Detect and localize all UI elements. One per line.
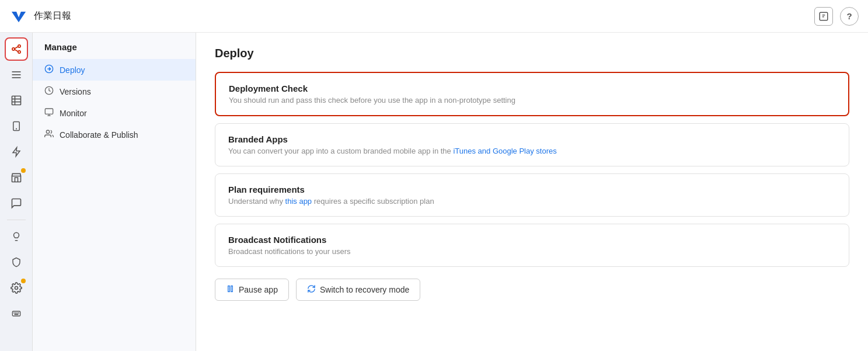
svg-point-5 [18,51,20,53]
pause-icon [226,284,235,295]
sidebar-icon-bolt[interactable] [5,140,28,164]
nav-sidebar: Manage Deploy Versions [33,33,196,351]
broadcast-notifications-desc: Broadcast notifications to your users [228,247,836,256]
sidebar-icon-list[interactable] [5,63,28,86]
preview-button[interactable] [814,7,833,26]
svg-point-18 [15,287,18,290]
svg-point-3 [12,48,14,50]
pause-app-button[interactable]: Pause app [215,279,289,301]
nav-label-monitor: Monitor [60,109,87,118]
deployment-check-title: Deployment Check [229,84,835,93]
action-buttons: Pause app Switch to recovery mode [215,279,849,301]
header-left: 作業日報 [9,7,71,26]
header-right: ? [814,7,859,26]
deployment-check-desc: You should run and pass this check befor… [229,96,835,105]
main-body: Manage Deploy Versions [0,33,868,351]
svg-marker-1 [12,12,26,22]
sidebar-icon-keyboard[interactable] [5,302,28,325]
page-title: Deploy [215,47,849,60]
nav-item-monitor[interactable]: Monitor [33,102,196,124]
svg-rect-26 [45,109,53,114]
store-badge [21,168,26,173]
svg-rect-31 [231,286,233,292]
monitor-icon [44,107,54,119]
svg-rect-11 [12,96,20,105]
pause-app-label: Pause app [239,285,278,294]
nav-item-collaborate[interactable]: Collaborate & Publish [33,124,196,145]
sidebar-divider [7,220,26,220]
sidebar-icon-bulb[interactable] [5,225,28,248]
sidebar-icon-table[interactable] [5,89,28,112]
header: 作業日報 ? [0,0,868,33]
svg-point-29 [46,130,49,133]
recovery-icon [307,284,316,295]
plan-requirements-title: Plan requirements [228,185,836,194]
recovery-mode-label: Switch to recovery mode [320,285,409,294]
svg-point-4 [18,45,20,47]
plan-requirements-desc: Understand why this app requires a speci… [228,197,836,206]
nav-label-deploy: Deploy [60,65,85,75]
svg-marker-17 [13,148,20,157]
sidebar-icon-mobile[interactable] [5,114,28,138]
settings-badge [21,279,26,283]
icon-sidebar [0,33,33,351]
deploy-icon [44,64,54,75]
sidebar-icon-shield[interactable] [5,251,28,274]
main-content: Deploy Deployment Check You should run a… [196,33,868,351]
svg-rect-19 [12,311,20,316]
header-title: 作業日報 [34,10,71,22]
collaborate-icon [44,129,54,140]
nav-item-deploy[interactable]: Deploy [33,59,196,81]
deployment-check-card[interactable]: Deployment Check You should run and pass… [215,72,849,116]
sidebar-icon-store[interactable] [5,166,28,189]
broadcast-notifications-title: Broadcast Notifications [228,235,836,245]
help-button[interactable]: ? [840,7,859,26]
sidebar-icon-chat[interactable] [5,192,28,215]
branded-apps-desc: You can convert your app into a custom b… [228,147,836,155]
sidebar-icon-settings[interactable] [5,276,28,300]
nav-label-collaborate: Collaborate & Publish [60,130,138,140]
svg-line-7 [15,50,18,51]
plan-requirements-card[interactable]: Plan requirements Understand why this ap… [215,173,849,217]
svg-line-6 [15,47,18,48]
branded-apps-title: Branded Apps [228,134,836,144]
sidebar-icon-connections[interactable] [5,37,28,61]
recovery-mode-button[interactable]: Switch to recovery mode [296,279,420,301]
svg-rect-30 [228,286,230,292]
nav-label-versions: Versions [60,87,91,96]
nav-item-versions[interactable]: Versions [33,81,196,102]
nav-section-title: Manage [33,42,196,59]
broadcast-notifications-card[interactable]: Broadcast Notifications Broadcast notifi… [215,224,849,267]
app-logo [9,7,28,26]
versions-icon [44,86,54,97]
branded-apps-card[interactable]: Branded Apps You can convert your app in… [215,123,849,166]
